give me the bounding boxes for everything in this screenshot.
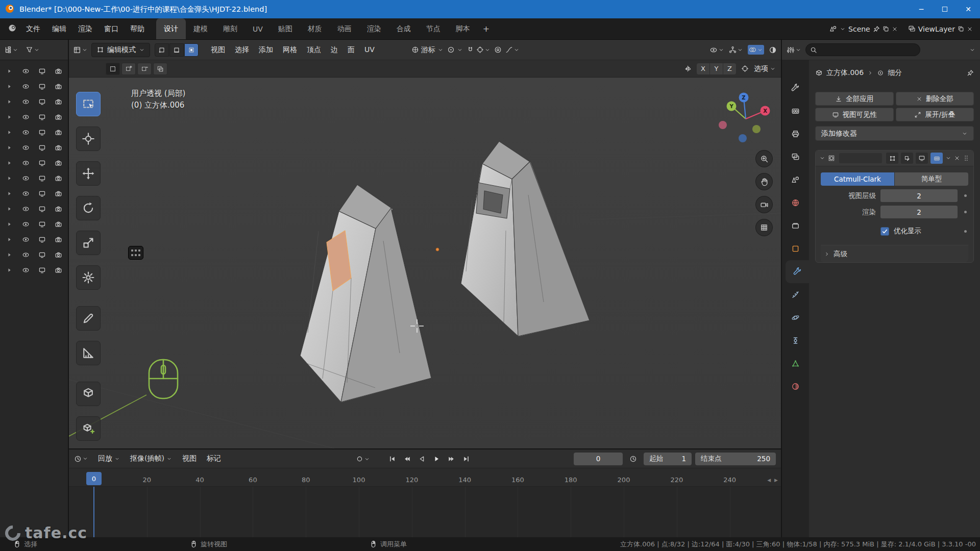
tool-transform[interactable] xyxy=(76,265,101,290)
properties-tab-render[interactable] xyxy=(782,99,809,122)
viewport-menu[interactable]: 添加 xyxy=(254,43,278,57)
modifier-name-field[interactable] xyxy=(839,153,882,163)
expand-toggle[interactable] xyxy=(3,221,16,228)
expand-toggle[interactable] xyxy=(3,114,16,120)
topbar-menu[interactable]: 渲染 xyxy=(72,22,98,36)
hide-toggle[interactable] xyxy=(19,174,32,182)
hide-toggle[interactable] xyxy=(19,83,32,90)
workspace-tab[interactable]: 合成 xyxy=(389,18,419,39)
optimal-display-checkbox[interactable] xyxy=(880,227,889,236)
topbar-menu[interactable]: 编辑 xyxy=(46,22,72,36)
render-disable-toggle[interactable] xyxy=(52,159,65,167)
properties-search-input[interactable] xyxy=(805,43,920,56)
viewport-menu[interactable]: UV xyxy=(360,43,379,57)
key-prev-button[interactable] xyxy=(400,453,414,465)
workspace-tab[interactable]: 建模 xyxy=(186,18,215,39)
properties-tab-world[interactable] xyxy=(782,191,809,214)
expand-toggle[interactable] xyxy=(3,160,16,166)
hide-toggle[interactable] xyxy=(19,266,32,274)
add-workspace-button[interactable]: + xyxy=(478,24,495,34)
viewport-disable-toggle[interactable] xyxy=(36,83,49,90)
outliner-row[interactable] xyxy=(0,124,68,140)
key-next-button[interactable] xyxy=(445,453,458,465)
viewlayer-name[interactable]: ViewLayer xyxy=(918,25,955,33)
viewport-menu[interactable]: 边 xyxy=(326,43,342,57)
expand-toggle[interactable] xyxy=(3,129,16,136)
shading-mode-button[interactable] xyxy=(769,46,777,54)
auto-keying-button[interactable] xyxy=(356,455,370,463)
workspace-tab[interactable]: UV xyxy=(245,18,271,39)
select-new-button[interactable] xyxy=(106,63,120,75)
viewport-disable-toggle[interactable] xyxy=(36,220,49,228)
show-in-render-toggle[interactable] xyxy=(930,153,943,164)
timeline-menu[interactable]: 标记 xyxy=(202,452,226,465)
outliner-row[interactable] xyxy=(0,79,68,94)
render-disable-toggle[interactable] xyxy=(52,129,65,136)
expand-toggle[interactable] xyxy=(3,206,16,212)
viewport-canvas[interactable]: 用户透视 (局部) (0) 立方体.006 Y xyxy=(69,78,781,448)
animate-dot[interactable] xyxy=(962,194,968,197)
ruler-scroll-arrows[interactable]: ◀ ▶ xyxy=(767,478,779,483)
animate-dot[interactable] xyxy=(962,230,968,233)
zoom-button[interactable] xyxy=(755,150,773,167)
tool-rotate[interactable] xyxy=(76,196,101,220)
workspace-tab[interactable]: 节点 xyxy=(419,18,448,39)
workspace-tab[interactable]: 设计 xyxy=(156,18,186,39)
properties-tab-constraints[interactable] xyxy=(782,329,809,352)
mesh-object-right[interactable] xyxy=(461,141,590,337)
outliner-row[interactable] xyxy=(0,247,68,262)
tool-box-select[interactable] xyxy=(76,92,101,116)
topbar-menu[interactable]: 文件 xyxy=(20,22,46,36)
outliner-row[interactable] xyxy=(0,232,68,247)
viewport-disable-toggle[interactable] xyxy=(36,98,49,106)
hide-toggle[interactable] xyxy=(19,190,32,197)
properties-tab-tool[interactable] xyxy=(782,77,809,99)
timeline-menu[interactable]: 视图 xyxy=(178,452,201,465)
tool-scale[interactable] xyxy=(76,231,101,255)
topbar-menu[interactable]: 帮助 xyxy=(125,22,150,36)
catmull-clark-button[interactable]: Catmull-Clark xyxy=(821,172,894,186)
jump-start-button[interactable] xyxy=(385,453,399,465)
viewport-disable-toggle[interactable] xyxy=(36,190,49,197)
expand-toggle[interactable] xyxy=(3,236,16,243)
properties-editor-type-dropdown[interactable] xyxy=(787,46,801,54)
viewport-disable-toggle[interactable] xyxy=(36,67,49,75)
topbar-menu[interactable]: 窗口 xyxy=(99,22,124,36)
timeline-menu[interactable]: 回放 xyxy=(93,452,125,465)
render-disable-toggle[interactable] xyxy=(52,144,65,152)
select-subtract-button[interactable] xyxy=(137,63,152,75)
hide-toggle[interactable] xyxy=(19,98,32,106)
breadcrumb-modifier[interactable]: 细分 xyxy=(888,68,902,78)
falloff-dropdown[interactable] xyxy=(505,46,520,54)
levels-viewport-field[interactable]: 2 xyxy=(880,189,958,202)
view-visibility-button[interactable]: 视图可见性 xyxy=(815,108,894,121)
viewport-menu[interactable]: 顶点 xyxy=(302,43,326,57)
viewlayer-selector[interactable]: ViewLayer xyxy=(908,25,973,33)
viewport-menu[interactable]: 视图 xyxy=(206,43,230,57)
outliner-row[interactable] xyxy=(0,262,68,278)
proportional-editing-toggle[interactable] xyxy=(494,46,502,54)
tool-measure[interactable] xyxy=(76,341,101,365)
mesh-object-left[interactable] xyxy=(300,185,431,403)
levels-render-field[interactable]: 2 xyxy=(880,206,958,218)
hide-toggle[interactable] xyxy=(19,67,32,75)
edge-select-button[interactable] xyxy=(169,43,184,57)
gizmo-neg-x-axis[interactable] xyxy=(719,121,727,129)
pin-icon[interactable] xyxy=(967,69,974,77)
properties-tab-view-layer[interactable] xyxy=(782,145,809,168)
snap-toggle[interactable] xyxy=(467,46,474,54)
close-button[interactable]: ✕ xyxy=(957,0,980,18)
expand-toggle[interactable] xyxy=(3,175,16,182)
viewport-disable-toggle[interactable] xyxy=(36,236,49,243)
outliner-row[interactable] xyxy=(0,201,68,216)
hide-toggle[interactable] xyxy=(19,159,32,167)
properties-tab-material[interactable] xyxy=(782,375,809,398)
pin-icon[interactable] xyxy=(873,26,880,33)
properties-tab-collection[interactable] xyxy=(782,214,809,237)
tool-add-cube[interactable] xyxy=(76,416,101,441)
animate-dot[interactable] xyxy=(962,211,968,213)
expand-toggle[interactable] xyxy=(3,68,16,74)
gizmos-dropdown[interactable] xyxy=(729,46,743,54)
properties-filter-dropdown[interactable] xyxy=(969,47,975,53)
viewport-disable-toggle[interactable] xyxy=(36,266,49,274)
